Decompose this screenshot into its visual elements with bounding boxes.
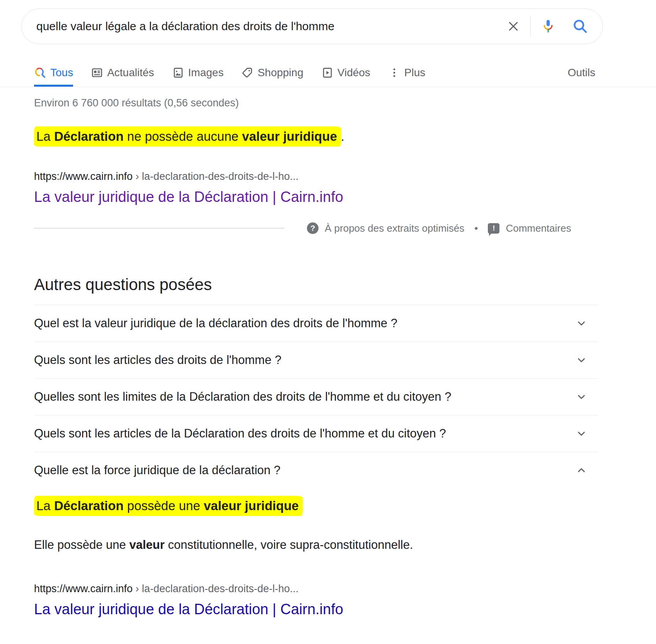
paa-question-text: Quelle est la force juridique de la décl… [34,463,281,477]
people-also-ask-list: Quel est la valeur juridique de la décla… [34,305,598,618]
expanded-answer-body: Elle possède une valeur constitutionnell… [34,538,598,552]
news-icon [91,67,103,79]
chevron-down-icon[interactable] [575,317,588,330]
search-input[interactable] [36,20,506,33]
expanded-highlight-line: La Déclaration possède une valeur juridi… [34,499,598,513]
search-colored-icon [34,67,46,79]
tab-label: Tous [50,67,73,79]
clear-icon[interactable] [506,19,520,33]
image-icon [172,67,184,79]
chevron-up-icon[interactable] [575,464,588,477]
results-column: Environ 6 760 000 résultats (0,56 second… [34,97,598,618]
url-breadcrumb: › la-declaration-des-droits-de-l-ho... [133,171,298,182]
tab-plus[interactable]: Plus [388,67,425,87]
paa-question-text: Quels sont les articles de la Déclaratio… [34,427,446,441]
featured-snippet-answer: La Déclaration ne possède aucune valeur … [34,128,598,145]
highlighted-answer-text: La Déclaration possède une valeur juridi… [34,496,303,516]
snippet-divider-line [34,228,285,229]
tab-label: Actualités [107,67,154,79]
highlighted-answer-text: La Déclaration ne possède aucune valeur … [34,126,341,147]
result-tabs: Tous Actualités Images Shopping [34,67,656,87]
paa-question-row[interactable]: Quelles sont les limites de la Déclarati… [34,378,598,415]
url-domain: https://www.cairn.info [34,583,133,594]
expanded-result-title-link[interactable]: La valeur juridique de la Déclaration | … [34,601,598,618]
tab-actualites[interactable]: Actualités [91,67,154,87]
paa-question-text: Quel est la valeur juridique de la décla… [34,316,397,330]
paa-question-text: Quelles sont les limites de la Déclarati… [34,390,451,404]
tab-label: Vidéos [337,67,370,79]
search-header: Tous Actualités Images Shopping [0,9,656,87]
chevron-down-icon[interactable] [575,391,588,403]
tab-label: Images [188,67,224,79]
tab-images[interactable]: Images [172,67,224,87]
chevron-down-icon[interactable] [575,354,588,366]
people-also-ask-heading: Autres questions posées [34,275,598,294]
chevron-down-icon[interactable] [575,427,588,440]
paa-question-row[interactable]: Quel est la valeur juridique de la décla… [34,305,598,342]
tools-button[interactable]: Outils [567,67,595,79]
url-breadcrumb: › la-declaration-des-droits-de-l-ho... [133,583,298,594]
answer-period: . [341,129,344,143]
snippet-footer: ? À propos des extraits optimisés • ! Co… [34,222,598,234]
paa-question-row[interactable]: Quelle est la force juridique de la décl… [34,452,598,489]
tab-shopping[interactable]: Shopping [241,67,303,87]
help-icon[interactable]: ? [307,222,319,234]
paa-question-row[interactable]: Quels sont les articles des droits de l'… [34,342,598,378]
result-stats: Environ 6 760 000 résultats (0,56 second… [34,97,598,109]
about-snippets-link[interactable]: À propos des extraits optimisés [325,222,464,234]
tab-label: Shopping [257,67,303,79]
snippet-title-link[interactable]: La valeur juridique de la Déclaration | … [34,189,598,205]
paa-question-row[interactable]: Quels sont les articles de la Déclaratio… [34,415,598,452]
more-vertical-icon [388,67,400,79]
dot-separator: • [474,222,478,234]
tab-videos[interactable]: Vidéos [321,67,370,87]
paa-expanded-answer: La Déclaration possède une valeur juridi… [34,499,598,618]
feedback-icon[interactable]: ! [488,223,499,234]
tag-icon [241,67,254,79]
microphone-icon[interactable] [541,19,555,34]
snippet-url[interactable]: https://www.cairn.info › la-declaration-… [34,171,598,183]
video-icon [321,67,334,79]
expanded-result-url[interactable]: https://www.cairn.info › la-declaration-… [34,583,598,595]
paa-question-text: Quels sont les articles des droits de l'… [34,353,281,367]
url-domain: https://www.cairn.info [34,171,133,182]
tab-tous[interactable]: Tous [34,67,73,87]
tab-label: Plus [404,67,425,79]
search-bar[interactable] [21,9,603,44]
feedback-link[interactable]: Commentaires [506,222,571,234]
search-bar-divider [530,15,531,37]
search-submit-icon[interactable] [573,19,588,34]
